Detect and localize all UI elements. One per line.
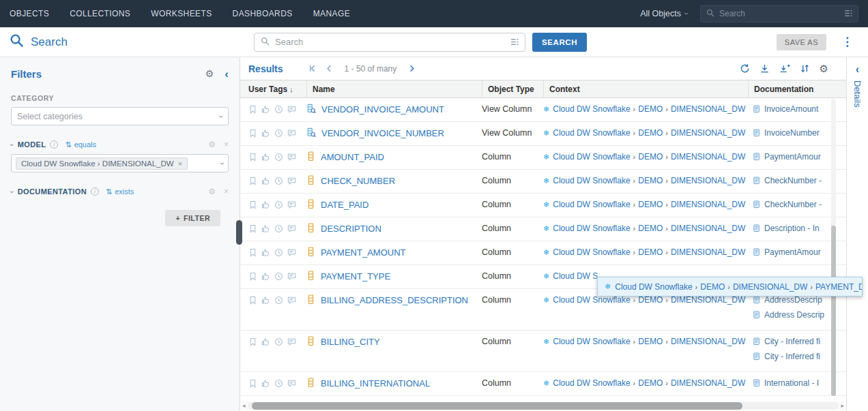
scroll-right-icon[interactable]: ▸ <box>841 403 844 409</box>
documentation-entry[interactable]: Description - In <box>753 224 837 233</box>
thumbs-up-icon[interactable] <box>261 379 270 388</box>
bookmark-icon[interactable] <box>248 105 257 114</box>
refresh-icon[interactable] <box>740 63 750 74</box>
object-name-link[interactable]: VENDOR_INVOICE_AMOUNT <box>321 104 444 115</box>
documentation-entry[interactable]: Address Descrip <box>753 310 837 320</box>
object-name-link[interactable]: VENDOR_INVOICE_NUMBER <box>321 128 444 138</box>
bookmark-icon[interactable] <box>248 337 257 346</box>
table-row[interactable]: PAYMENT_AMOUNT Column ❄Cloud DW Snowflak… <box>240 241 846 265</box>
vertical-scrollbar-thumb[interactable] <box>831 226 836 396</box>
object-name-link[interactable]: AMOUNT_PAID <box>321 152 384 162</box>
context-breadcrumb[interactable]: ❄Cloud DW Snowflake›DEMO›DIMENSIONAL_DW›… <box>543 372 748 395</box>
save-as-button[interactable]: SAVE AS <box>777 34 826 50</box>
object-name-link[interactable]: DESCRIPTION <box>321 224 381 234</box>
bookmark-icon[interactable] <box>248 153 257 162</box>
sort-icon[interactable] <box>800 63 810 74</box>
comment-icon[interactable] <box>287 379 296 388</box>
bookmark-icon[interactable] <box>248 272 257 281</box>
model-operator[interactable]: equals <box>74 140 96 149</box>
main-search-box[interactable] <box>254 33 525 52</box>
table-row[interactable]: DATE_PAID Column ❄Cloud DW Snowflake›DEM… <box>240 194 846 217</box>
documentation-entry[interactable]: CheckNumber - <box>753 200 837 209</box>
details-panel-label[interactable]: Details <box>852 80 863 108</box>
thumbs-up-icon[interactable] <box>261 200 270 209</box>
bookmark-icon[interactable] <box>248 224 257 233</box>
documentation-entry[interactable]: AddressDescrip <box>753 295 837 305</box>
filters-gear-icon[interactable]: ⚙ <box>205 68 214 79</box>
clock-icon[interactable] <box>274 153 283 162</box>
context-breadcrumb[interactable]: ❄Cloud DW Snowflake›DEMO›DIMENSIONAL_DW›… <box>543 170 748 193</box>
thumbs-up-icon[interactable] <box>261 296 270 305</box>
kebab-menu-icon[interactable]: ⋮ <box>841 36 853 48</box>
advanced-search-icon[interactable] <box>845 7 852 20</box>
nav-item-worksheets[interactable]: WORKSHEETS <box>151 9 212 18</box>
nav-item-manage[interactable]: MANAGE <box>313 9 350 18</box>
object-name-link[interactable]: PAYMENT_AMOUNT <box>321 247 405 258</box>
object-name-link[interactable]: CHECK_NUMBER <box>321 176 395 186</box>
documentation-entry[interactable]: CheckNumber - <box>753 176 837 185</box>
comment-icon[interactable] <box>287 200 296 209</box>
table-row[interactable]: BILLING_CITY Column ❄Cloud DW Snowflake›… <box>240 331 846 372</box>
table-row[interactable]: VENDOR_INVOICE_NUMBER View Column ❄Cloud… <box>240 122 846 146</box>
nav-item-dashboards[interactable]: DASHBOARDS <box>233 9 293 18</box>
search-button[interactable]: SEARCH <box>532 33 587 52</box>
column-header-context[interactable]: Context <box>543 80 748 97</box>
object-name-link[interactable]: BILLING_ADDRESS_DESCRIPTION <box>321 295 468 305</box>
bookmark-icon[interactable] <box>248 200 257 209</box>
scroll-left-icon[interactable]: ◂ <box>242 403 246 409</box>
documentation-entry[interactable]: City - Inferred fi <box>753 337 837 346</box>
thumbs-up-icon[interactable] <box>261 105 270 114</box>
object-name-link[interactable]: BILLING_INTERNATIONAL <box>321 378 430 389</box>
advanced-search-icon[interactable] <box>511 36 519 48</box>
thumbs-up-icon[interactable] <box>261 337 270 346</box>
clock-icon[interactable] <box>274 248 283 257</box>
bookmark-icon[interactable] <box>248 177 257 185</box>
thumbs-up-icon[interactable] <box>261 248 270 257</box>
nav-item-objects[interactable]: OBJECTS <box>10 9 49 18</box>
bookmark-icon[interactable] <box>248 296 257 305</box>
clock-icon[interactable] <box>274 177 283 185</box>
info-icon[interactable]: i <box>91 187 99 196</box>
horizontal-scrollbar[interactable]: ◂ ▸ <box>242 401 844 410</box>
clock-icon[interactable] <box>274 272 283 281</box>
comment-icon[interactable] <box>287 153 296 162</box>
object-name-link[interactable]: PAYMENT_TYPE <box>321 271 390 281</box>
table-row[interactable]: AMOUNT_PAID Column ❄Cloud DW Snowflake›D… <box>240 146 846 170</box>
table-row[interactable]: DESCRIPTION Column ❄Cloud DW Snowflake›D… <box>240 217 846 241</box>
global-search-box[interactable] <box>700 5 858 22</box>
vertical-scrollbar[interactable] <box>831 99 836 396</box>
comment-icon[interactable] <box>287 248 296 257</box>
chevron-down-icon[interactable]: › <box>8 143 16 146</box>
documentation-operator[interactable]: exists <box>115 187 134 196</box>
clock-icon[interactable] <box>274 296 283 305</box>
context-breadcrumb[interactable]: ❄Cloud DW Snowflake›DEMO›DIMENSIONAL_DW›… <box>543 217 748 241</box>
comment-icon[interactable] <box>287 296 296 305</box>
column-header-object-type[interactable]: Object Type <box>482 80 543 97</box>
chevron-down-icon[interactable]: › <box>8 190 16 193</box>
comment-icon[interactable] <box>287 177 296 185</box>
comment-icon[interactable] <box>287 337 296 346</box>
documentation-remove-icon[interactable]: × <box>224 187 229 196</box>
documentation-entry[interactable]: PaymentAmour <box>753 152 837 162</box>
thumbs-up-icon[interactable] <box>261 153 270 162</box>
documentation-entry[interactable]: InvoiceNumber <box>753 128 837 138</box>
context-breadcrumb[interactable]: ❄Cloud DW Snowflake›DEMO›DIMENSIONAL_DW›… <box>543 194 748 217</box>
comment-icon[interactable] <box>287 105 296 114</box>
documentation-entry[interactable]: PaymentAmour <box>753 247 837 257</box>
object-scope-dropdown[interactable]: All Objects › <box>640 9 688 18</box>
table-row[interactable]: BILLING_INTERNATIONAL Column ❄Cloud DW S… <box>240 372 846 396</box>
documentation-entry[interactable]: InvoiceAmount <box>753 104 837 114</box>
prev-page-icon[interactable] <box>325 64 334 73</box>
bookmark-icon[interactable] <box>248 379 257 388</box>
thumbs-up-icon[interactable] <box>261 129 270 138</box>
clock-icon[interactable] <box>274 105 283 114</box>
import-add-icon[interactable] <box>779 63 790 74</box>
model-filter-input[interactable]: Cloud DW Snowflake › DIMENSIONAL_DW × › <box>11 154 229 172</box>
expand-details-icon[interactable]: ‹ <box>856 64 859 75</box>
nav-item-collections[interactable]: COLLECTIONS <box>70 9 130 18</box>
comment-icon[interactable] <box>287 272 296 281</box>
collapse-filters-icon[interactable]: ‹ <box>225 68 229 80</box>
context-breadcrumb[interactable]: ❄Cloud DW Snowflake›DEMO›DIMENSIONAL_DW›… <box>543 241 748 264</box>
context-breadcrumb[interactable]: ❄Cloud DW Snowflake›DEMO›DIMENSIONAL_DW›… <box>543 98 748 121</box>
first-page-icon[interactable] <box>308 64 317 73</box>
